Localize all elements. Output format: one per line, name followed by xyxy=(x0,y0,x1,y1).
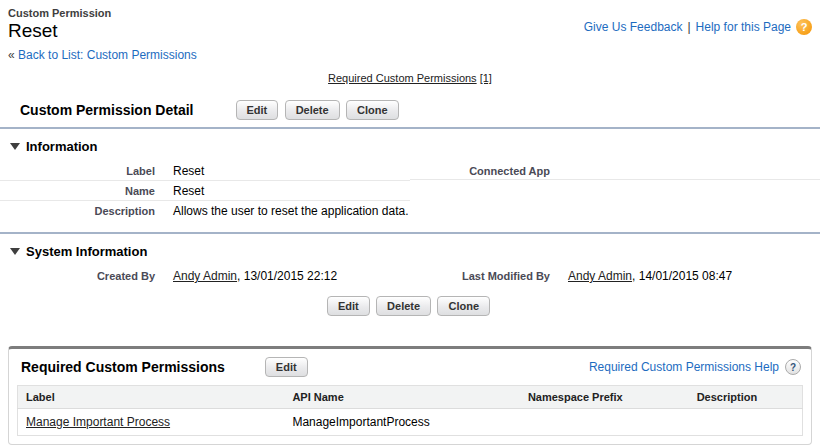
related-list-help: Required Custom Permissions Help ? xyxy=(589,359,801,375)
back-link-row: « Back to List: Custom Permissions xyxy=(0,42,820,64)
jump-link-count[interactable]: [1] xyxy=(480,72,492,84)
last-modified-by-field-label: Last Modified By xyxy=(410,266,550,284)
connected-app-field-row: Connected App xyxy=(410,161,820,180)
information-section-header[interactable]: Information xyxy=(0,129,820,159)
column-header-label: Label xyxy=(18,386,285,409)
related-list-header-row: Label API Name Namespace Prefix Descript… xyxy=(18,386,803,409)
back-to-list-link[interactable]: Back to List: Custom Permissions xyxy=(18,48,197,62)
last-modified-by-field-value: Andy Admin, 14/01/2015 08:47 xyxy=(550,266,820,285)
related-list-title: Required Custom Permissions xyxy=(21,359,225,375)
created-by-user-link[interactable]: Andy Admin xyxy=(173,269,237,283)
label-field-row: Label Reset xyxy=(0,161,410,181)
created-by-field-label: Created By xyxy=(0,266,155,284)
row-api-name-cell: ManageImportantProcess xyxy=(284,409,520,436)
link-separator: | xyxy=(687,20,690,34)
custom-permission-detail-page: Custom Permission Reset Give Us Feedback… xyxy=(0,0,820,445)
connected-app-field-label: Connected App xyxy=(410,161,550,179)
table-row: Manage Important Process ManageImportant… xyxy=(18,409,803,436)
description-field-label: Description xyxy=(0,201,155,219)
page-title-block: Custom Permission Reset xyxy=(8,7,111,42)
jump-link-required-custom-permissions[interactable]: Required Custom Permissions xyxy=(328,72,477,84)
description-field-row: Description Allows the user to reset the… xyxy=(0,201,410,220)
detail-section-header: Custom Permission Detail Edit Delete Clo… xyxy=(0,84,820,127)
edit-button-bottom[interactable]: Edit xyxy=(327,296,370,316)
last-modified-by-field-row: Last Modified By Andy Admin, 14/01/2015 … xyxy=(410,266,820,285)
permission-label-link[interactable]: Manage Important Process xyxy=(26,415,170,429)
description-field-value: Allows the user to reset the application… xyxy=(155,201,410,220)
related-list-help-icon[interactable]: ? xyxy=(785,359,801,375)
column-header-api-name: API Name xyxy=(284,386,520,409)
edit-button[interactable]: Edit xyxy=(236,100,279,120)
delete-button[interactable]: Delete xyxy=(285,100,340,120)
jump-links-row: Required Custom Permissions [1] xyxy=(0,72,820,84)
label-field-label: Label xyxy=(0,161,155,179)
information-left-column: Label Reset Name Reset Description Allow… xyxy=(0,161,410,220)
row-namespace-prefix-cell xyxy=(520,409,689,436)
system-information-right-column: Last Modified By Andy Admin, 14/01/2015 … xyxy=(410,266,820,285)
related-list-table: Label API Name Namespace Prefix Descript… xyxy=(17,385,803,436)
clone-button[interactable]: Clone xyxy=(346,100,399,120)
page-header: Custom Permission Reset Give Us Feedback… xyxy=(0,0,820,42)
system-information-section: System Information Created By Andy Admin… xyxy=(0,234,820,287)
system-information-section-title: System Information xyxy=(26,244,147,259)
entity-type-label: Custom Permission xyxy=(8,7,111,19)
clone-button-bottom[interactable]: Clone xyxy=(437,296,490,316)
row-description-cell xyxy=(689,409,803,436)
information-right-column: Connected App xyxy=(410,161,820,220)
created-by-datetime: , 13/01/2015 22:12 xyxy=(237,269,337,283)
related-list-header: Required Custom Permissions Edit Require… xyxy=(9,349,811,385)
give-feedback-link[interactable]: Give Us Feedback xyxy=(584,20,683,34)
help-question-icon[interactable]: ? xyxy=(796,19,812,35)
related-list-edit-button[interactable]: Edit xyxy=(265,357,308,377)
column-header-namespace-prefix: Namespace Prefix xyxy=(520,386,689,409)
detail-section-title: Custom Permission Detail xyxy=(20,102,194,118)
system-information-left-column: Created By Andy Admin, 13/01/2015 22:12 xyxy=(0,266,410,285)
related-list-table-body: Manage Important Process ManageImportant… xyxy=(18,409,803,436)
back-arrow-icon: « xyxy=(8,48,15,62)
created-by-field-value: Andy Admin, 13/01/2015 22:12 xyxy=(155,266,410,285)
related-list-table-head: Label API Name Namespace Prefix Descript… xyxy=(18,386,803,409)
bottom-button-group: Edit Delete Clone xyxy=(0,287,820,330)
detail-button-group: Edit Delete Clone xyxy=(236,100,402,120)
page-title: Reset xyxy=(8,20,111,42)
required-custom-permissions-related-list: Required Custom Permissions Edit Require… xyxy=(8,346,812,445)
label-field-value: Reset xyxy=(155,161,410,180)
collapse-twisty-icon[interactable] xyxy=(10,143,20,150)
related-list-help-link[interactable]: Required Custom Permissions Help xyxy=(589,360,779,374)
system-information-field-grid: Created By Andy Admin, 13/01/2015 22:12 … xyxy=(0,264,820,287)
row-label-cell: Manage Important Process xyxy=(18,409,285,436)
help-for-page-link[interactable]: Help for this Page xyxy=(696,20,791,34)
name-field-value: Reset xyxy=(155,181,410,200)
name-field-label: Name xyxy=(0,181,155,199)
header-links: Give Us Feedback | Help for this Page ? xyxy=(584,7,812,42)
information-field-grid: Label Reset Name Reset Description Allow… xyxy=(0,159,820,232)
last-modified-by-datetime: , 14/01/2015 08:47 xyxy=(632,269,732,283)
column-header-description: Description xyxy=(689,386,803,409)
information-section-title: Information xyxy=(26,139,98,154)
connected-app-field-value xyxy=(550,161,820,166)
system-information-section-header[interactable]: System Information xyxy=(0,234,820,264)
last-modified-by-user-link[interactable]: Andy Admin xyxy=(568,269,632,283)
name-field-row: Name Reset xyxy=(0,181,410,201)
information-section: Information Label Reset Name Reset Descr… xyxy=(0,129,820,232)
delete-button-bottom[interactable]: Delete xyxy=(376,296,431,316)
collapse-twisty-icon[interactable] xyxy=(10,248,20,255)
created-by-field-row: Created By Andy Admin, 13/01/2015 22:12 xyxy=(0,266,410,285)
